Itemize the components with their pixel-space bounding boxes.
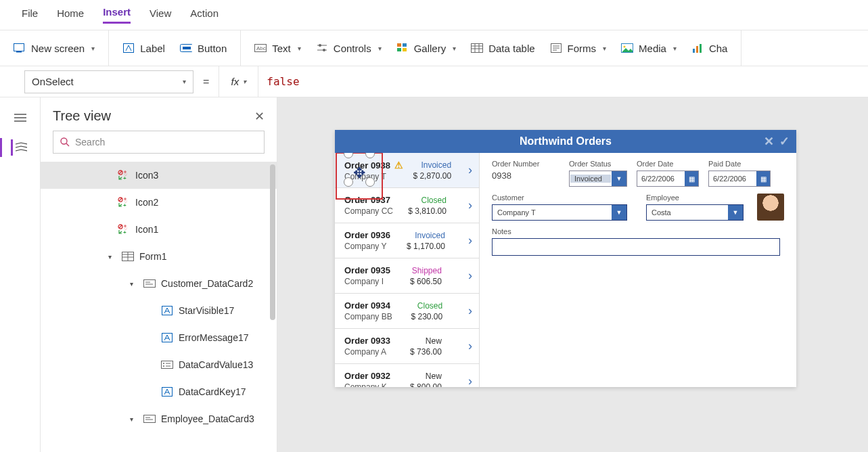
chevron-down-icon: ▾ [183, 78, 186, 85]
order-amount: $ 800.00 [410, 382, 442, 388]
screen-icon [14, 42, 26, 54]
label-icon [122, 42, 135, 54]
order-company: Company K [344, 382, 390, 387]
order-amount: $ 1,170.00 [407, 242, 445, 251]
menu-insert[interactable]: Insert [103, 6, 131, 24]
chevron-down-icon: ▾ [673, 45, 677, 52]
value-paid-date: 6/22/2006 [709, 175, 756, 183]
svg-rect-1 [16, 51, 22, 53]
accept-icon[interactable]: ✓ [779, 134, 790, 149]
order-row[interactable]: Order 0936Company YInvoiced$ 1,170.00› [335, 223, 479, 258]
svg-line-43 [119, 225, 122, 228]
menu-view[interactable]: View [150, 7, 171, 23]
svg-rect-50 [144, 280, 156, 288]
expander-icon[interactable]: ▾ [108, 253, 116, 261]
select-employee[interactable]: Costa ▼ [646, 204, 744, 221]
hamburger-button[interactable] [12, 110, 28, 126]
order-amount: $ 230.00 [411, 312, 442, 321]
chevron-down-icon: ▾ [603, 45, 606, 52]
select-order-status[interactable]: Invoiced ▼ [569, 171, 627, 187]
notes-input[interactable] [492, 238, 780, 256]
order-company: Company BB [344, 312, 392, 321]
cancel-icon[interactable]: ✕ [764, 134, 774, 149]
tree-item-Employee_DataCard3[interactable]: ▾Employee_DataCard3 [41, 405, 277, 432]
chart-button[interactable]: Cha [691, 42, 728, 54]
button-label: Button [198, 43, 227, 54]
new-screen-button[interactable]: New screen ▾ [14, 42, 95, 54]
svg-rect-61 [144, 415, 156, 423]
media-icon [621, 42, 633, 54]
button-icon [180, 42, 192, 54]
chevron-right-icon: › [464, 304, 476, 318]
menu-file[interactable]: File [22, 7, 38, 23]
tree-item-ErrorMessage17[interactable]: ErrorMessage17 [41, 324, 277, 351]
forms-button[interactable]: Forms ▾ [550, 42, 607, 54]
formula-input[interactable]: false [258, 66, 868, 97]
date-paid-date[interactable]: 6/22/2006 ▦ [708, 171, 771, 187]
tree-item-DataCardKey17[interactable]: DataCardKey17 [41, 378, 277, 405]
svg-rect-11 [397, 43, 401, 47]
property-selector[interactable]: OnSelect ▾ [24, 70, 193, 93]
tree-item-label: Form1 [139, 251, 166, 262]
controls-button[interactable]: Controls ▾ [316, 42, 382, 54]
tree-item-Icon2[interactable]: ♡+Icon2 [41, 189, 277, 216]
fx-label: fx [231, 76, 239, 87]
order-gallery[interactable]: ✥ Order 0938 ⚠Company TInvoiced$ 2,870.0… [335, 153, 480, 387]
date-order-date[interactable]: 6/22/2006 ▦ [637, 171, 699, 187]
order-status: New [426, 371, 442, 381]
text-icon: Abc [254, 42, 267, 54]
order-company: Company A [344, 347, 390, 357]
chevron-down-icon: ▼ [612, 171, 626, 186]
tree-search-input[interactable]: Search [53, 131, 265, 154]
order-amount: $ 606.50 [410, 277, 442, 286]
tree-item-Customer_DataCard2[interactable]: ▾Customer_DataCard2 [41, 270, 277, 297]
tree-item-Icon1[interactable]: ♡+Icon1 [41, 216, 277, 243]
svg-rect-26 [693, 49, 695, 53]
tree-item-StarVisible17[interactable]: StarVisible17 [41, 297, 277, 324]
expander-icon[interactable]: ▾ [130, 415, 138, 423]
left-rail [0, 97, 41, 452]
order-row[interactable]: Order 0935Company IShipped$ 606.50› [335, 258, 479, 294]
fx-button[interactable]: fx ▾ [219, 66, 258, 97]
chevron-down-icon: ▼ [728, 205, 743, 220]
order-company: Company T [344, 172, 403, 181]
main-area: Tree view ✕ Search ♡+Icon3♡+Icon2♡+Icon1… [0, 97, 868, 452]
media-button[interactable]: Media ▾ [621, 42, 677, 54]
canvas[interactable]: Northwind Orders ✕ ✓ ✥ Order 0938 ⚠Compa… [277, 97, 868, 452]
order-row[interactable]: Order 0938 ⚠Company TInvoiced$ 2,870.00› [335, 153, 479, 188]
menu-action[interactable]: Action [190, 7, 219, 23]
label-button[interactable]: Label [122, 42, 165, 54]
label-order-status: Order Status [569, 160, 627, 168]
value-order-status: Invoiced [570, 175, 611, 183]
svg-rect-28 [700, 44, 702, 53]
tree-item-Form1[interactable]: ▾Form1 [41, 243, 277, 270]
label-icon [161, 304, 173, 317]
menu-home[interactable]: Home [57, 7, 84, 23]
data-table-button[interactable]: Data table [471, 42, 534, 54]
label-paid-date: Paid Date [708, 160, 771, 168]
chevron-down-icon: ▼ [612, 205, 626, 220]
order-row[interactable]: Order 0937Company CCClosed$ 3,810.00› [335, 188, 479, 223]
tree-item-Icon3[interactable]: ♡+Icon3 [41, 162, 277, 189]
expander-icon[interactable]: ▾ [130, 280, 138, 288]
text-button[interactable]: Abc Text ▾ [254, 42, 301, 54]
value-employee: Costa [647, 208, 727, 217]
order-row[interactable]: Order 0934Company BBClosed$ 230.00› [335, 294, 479, 329]
chart-label: Cha [709, 43, 728, 54]
chevron-down-icon: ▾ [453, 45, 456, 52]
close-pane-button[interactable]: ✕ [254, 109, 265, 124]
app-title-bar: Northwind Orders ✕ ✓ [335, 130, 796, 153]
tree-item-label: DataCardValue13 [179, 359, 253, 370]
form-icon [122, 250, 134, 263]
order-row[interactable]: Order 0932Company KNew$ 800.00› [335, 364, 479, 387]
button-button[interactable]: Button [180, 42, 227, 54]
gallery-button[interactable]: Gallery ▾ [396, 42, 457, 54]
tree-item-DataCardValue13[interactable]: DataCardValue13 [41, 351, 277, 378]
select-customer[interactable]: Company T ▼ [492, 204, 627, 221]
ribbon: New screen ▾ Label Button Abc Text ▾ Con… [0, 30, 868, 66]
svg-rect-55 [162, 361, 173, 369]
order-status: Closed [417, 301, 442, 311]
tree-view-button[interactable] [11, 139, 27, 156]
scrollbar-thumb[interactable] [270, 164, 275, 320]
order-row[interactable]: Order 0933Company ANew$ 736.00› [335, 329, 479, 364]
